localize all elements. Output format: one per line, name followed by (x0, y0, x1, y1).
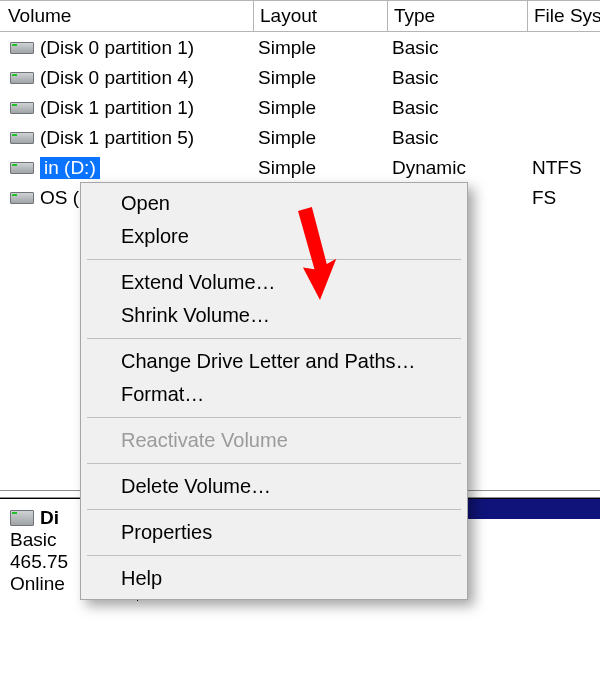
menu-delete-volume[interactable]: Delete Volume… (83, 470, 465, 503)
cell-type: Basic (388, 93, 528, 122)
menu-format[interactable]: Format… (83, 378, 465, 411)
volume-label: (Disk 1 partition 5) (40, 127, 194, 149)
cell-layout: Simple (254, 153, 388, 182)
menu-separator (87, 417, 461, 418)
volume-icon (10, 162, 34, 174)
cell-fs (528, 123, 600, 152)
cell-fs (528, 63, 600, 92)
volume-icon (10, 132, 34, 144)
table-row[interactable]: (Disk 1 partition 1) Simple Basic (0, 93, 600, 123)
menu-change-letter[interactable]: Change Drive Letter and Paths… (83, 345, 465, 378)
col-header-fs[interactable]: File Sys (528, 1, 600, 32)
col-header-layout[interactable]: Layout (254, 1, 388, 32)
disk-title: Di (40, 507, 59, 529)
cell-type: Basic (388, 63, 528, 92)
cell-type: Basic (388, 33, 528, 62)
table-row[interactable]: (Disk 0 partition 1) Simple Basic (0, 33, 600, 63)
volume-icon (10, 102, 34, 114)
disk-icon (10, 510, 34, 526)
menu-explore[interactable]: Explore (83, 220, 465, 253)
menu-extend-volume[interactable]: Extend Volume… (83, 266, 465, 299)
menu-separator (87, 338, 461, 339)
volume-icon (10, 72, 34, 84)
menu-properties[interactable]: Properties (83, 516, 465, 549)
table-row[interactable]: (Disk 0 partition 4) Simple Basic (0, 63, 600, 93)
col-header-type[interactable]: Type (388, 1, 528, 32)
menu-separator (87, 463, 461, 464)
cell-fs (528, 33, 600, 62)
volume-label: (Disk 0 partition 4) (40, 67, 194, 89)
volume-label: (Disk 1 partition 1) (40, 97, 194, 119)
volume-icon (10, 42, 34, 54)
table-row-selected[interactable]: in (D:) Simple Dynamic NTFS (0, 153, 600, 183)
cell-type: Dynamic (388, 153, 528, 182)
volume-icon (10, 192, 34, 204)
col-header-volume[interactable]: Volume (0, 1, 254, 32)
volume-label: (Disk 0 partition 1) (40, 37, 194, 59)
volume-label: in (D:) (40, 157, 100, 179)
cell-layout: Simple (254, 63, 388, 92)
cell-fs: FS (528, 183, 600, 212)
cell-layout: Simple (254, 123, 388, 152)
menu-separator (87, 509, 461, 510)
menu-reactivate-volume: Reactivate Volume (83, 424, 465, 457)
menu-separator (87, 555, 461, 556)
cell-type: Basic (388, 123, 528, 152)
context-menu: Open Explore Extend Volume… Shrink Volum… (80, 182, 468, 600)
table-row[interactable]: (Disk 1 partition 5) Simple Basic (0, 123, 600, 153)
volume-label: OS ( (40, 187, 79, 209)
cell-fs: NTFS (528, 153, 600, 182)
menu-open[interactable]: Open (83, 187, 465, 220)
cell-fs (528, 93, 600, 122)
menu-shrink-volume[interactable]: Shrink Volume… (83, 299, 465, 332)
table-header-row: Volume Layout Type File Sys (0, 1, 600, 33)
menu-help[interactable]: Help (83, 562, 465, 595)
cell-layout: Simple (254, 33, 388, 62)
cell-layout: Simple (254, 93, 388, 122)
menu-separator (87, 259, 461, 260)
